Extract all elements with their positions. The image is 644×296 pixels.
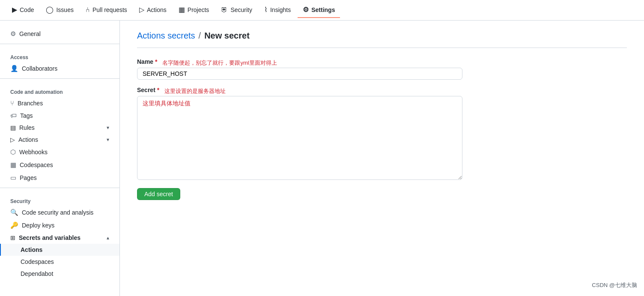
projects-icon: ▦ bbox=[179, 6, 185, 14]
breadcrumb: Actions secrets / New secret bbox=[137, 31, 627, 41]
security-icon: ⛨ bbox=[221, 6, 228, 14]
sidebar-code-security[interactable]: 🔍 Code security and analysis bbox=[0, 206, 119, 219]
sidebar-rules[interactable]: ▤ Rules ▾ bbox=[0, 122, 119, 134]
tag-icon: 🏷 bbox=[10, 112, 17, 119]
secret-textarea[interactable] bbox=[137, 96, 462, 180]
name-input[interactable] bbox=[137, 68, 462, 80]
top-nav: ▶ Code ◯ Issues ⑃ Pull requests ▷ Action… bbox=[0, 0, 644, 21]
chevron-down-icon-actions: ▾ bbox=[107, 137, 109, 143]
main-content: Actions secrets / New secret Name * 名字随便… bbox=[120, 21, 644, 296]
secret-label: Secret * bbox=[137, 87, 159, 93]
sidebar-sub-dependabot[interactable]: Dependabot bbox=[0, 268, 119, 280]
sidebar-actions[interactable]: ▷ Actions ▾ bbox=[0, 134, 119, 146]
settings-icon: ⚙ bbox=[303, 6, 309, 14]
sidebar-branches[interactable]: ⑂ Branches bbox=[0, 97, 119, 109]
insights-icon: ⌇ bbox=[264, 6, 268, 14]
form-divider bbox=[137, 48, 627, 48]
code-icon: ▶ bbox=[12, 6, 17, 14]
breadcrumb-current: New secret bbox=[204, 31, 250, 41]
sidebar-general[interactable]: ⚙ General bbox=[0, 27, 119, 40]
sidebar-collaborators[interactable]: 👤 Collaborators bbox=[0, 62, 119, 75]
sidebar-sub-actions[interactable]: Actions bbox=[0, 244, 119, 256]
secrets-icon: ⊞ bbox=[10, 234, 15, 241]
sidebar: ⚙ General Access 👤 Collaborators Code an… bbox=[0, 21, 120, 296]
security-section-label: Security bbox=[0, 191, 119, 206]
pull-request-icon: ⑃ bbox=[86, 6, 90, 14]
shield-icon: 🔍 bbox=[10, 209, 18, 216]
sidebar-deploy-keys[interactable]: 🔑 Deploy keys bbox=[0, 219, 119, 232]
nav-code[interactable]: ▶ Code bbox=[7, 2, 39, 18]
chevron-down-icon: ▾ bbox=[107, 125, 109, 131]
webhook-icon: ⬡ bbox=[10, 148, 16, 156]
name-group: Name * 名字随便起，别忘了就行，要跟yml里面对得上 bbox=[137, 58, 627, 80]
watermark: CSDN @七维大脑 bbox=[592, 281, 637, 289]
secret-required-star: * bbox=[157, 87, 159, 93]
name-label: Name * bbox=[137, 58, 157, 65]
nav-insights[interactable]: ⌇ Insights bbox=[259, 2, 296, 18]
sidebar-pages[interactable]: ▭ Pages bbox=[0, 171, 119, 184]
nav-actions[interactable]: ▷ Actions bbox=[134, 2, 172, 18]
nav-projects[interactable]: ▦ Projects bbox=[173, 2, 215, 18]
gear-icon: ⚙ bbox=[10, 30, 16, 38]
issues-icon: ◯ bbox=[46, 6, 54, 14]
add-secret-button[interactable]: Add secret bbox=[137, 188, 180, 200]
name-hint: 名字随便起，别忘了就行，要跟yml里面对得上 bbox=[162, 59, 277, 67]
key-icon: 🔑 bbox=[10, 221, 18, 229]
people-icon: 👤 bbox=[10, 65, 18, 72]
sidebar-divider-1 bbox=[0, 44, 119, 44]
sidebar-divider-2 bbox=[0, 78, 119, 79]
rules-icon: ▤ bbox=[10, 124, 16, 131]
sidebar-sub-codespaces[interactable]: Codespaces bbox=[0, 256, 119, 268]
sidebar-tags[interactable]: 🏷 Tags bbox=[0, 109, 119, 122]
breadcrumb-link[interactable]: Actions secrets bbox=[137, 31, 195, 41]
access-section-label: Access bbox=[0, 48, 119, 62]
name-required-star: * bbox=[155, 58, 157, 65]
code-automation-section-label: Code and automation bbox=[0, 82, 119, 97]
actions-icon: ▷ bbox=[139, 6, 144, 14]
sidebar-secrets[interactable]: ⊞ Secrets and variables ▴ bbox=[0, 232, 119, 244]
nav-pull-requests[interactable]: ⑃ Pull requests bbox=[80, 3, 132, 18]
pages-icon: ▭ bbox=[10, 174, 16, 182]
sidebar-webhooks[interactable]: ⬡ Webhooks bbox=[0, 146, 119, 158]
nav-issues[interactable]: ◯ Issues bbox=[41, 2, 78, 18]
sidebar-codespaces[interactable]: ▦ Codespaces bbox=[0, 158, 119, 171]
secret-hint: 这里设置的是服务器地址 bbox=[164, 87, 226, 95]
nav-settings[interactable]: ⚙ Settings bbox=[298, 2, 340, 18]
secret-group: Secret * 这里设置的是服务器地址 bbox=[137, 87, 627, 181]
nav-security[interactable]: ⛨ Security bbox=[216, 3, 257, 18]
layout: ⚙ General Access 👤 Collaborators Code an… bbox=[0, 21, 644, 296]
actions-sidebar-icon: ▷ bbox=[10, 136, 15, 143]
codespaces-icon: ▦ bbox=[10, 161, 16, 169]
sidebar-divider-3 bbox=[0, 188, 119, 188]
chevron-up-icon: ▴ bbox=[107, 235, 109, 241]
branch-icon: ⑂ bbox=[10, 99, 14, 107]
breadcrumb-separator: / bbox=[199, 31, 201, 41]
